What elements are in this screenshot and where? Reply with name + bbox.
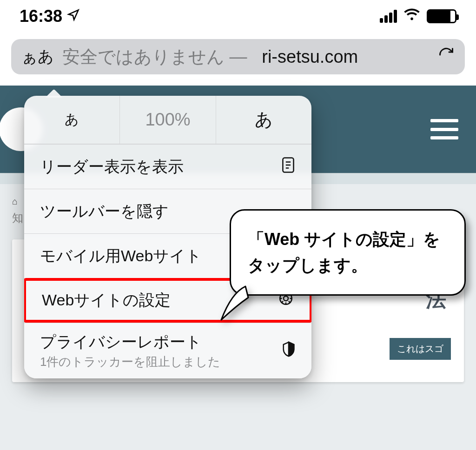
status-left: 16:38 bbox=[20, 7, 80, 26]
category-tag[interactable]: これはスゴ bbox=[390, 338, 451, 360]
battery-icon bbox=[427, 9, 456, 23]
url-domain: ri-setsu.com bbox=[262, 47, 358, 66]
url-text[interactable]: 安全ではありません — ri-setsu.com bbox=[62, 45, 430, 69]
menu-privacy-label: プライバシーレポート bbox=[40, 331, 220, 353]
zoom-out-button[interactable]: あ bbox=[24, 96, 119, 144]
zoom-row: あ 100% あ bbox=[24, 96, 311, 144]
url-bar[interactable]: ぁあ 安全ではありません — ri-setsu.com bbox=[11, 39, 465, 74]
status-time: 16:38 bbox=[20, 7, 62, 26]
wifi-icon bbox=[403, 8, 420, 25]
url-bar-container: ぁあ 安全ではありません — ri-setsu.com bbox=[0, 33, 476, 85]
status-right bbox=[380, 8, 456, 25]
url-insecure-label: 安全ではありません — bbox=[62, 47, 247, 66]
menu-privacy-report[interactable]: プライバシーレポート 1件のトラッカーを阻止しました bbox=[24, 323, 311, 378]
svg-line-11 bbox=[289, 301, 290, 303]
callout-tail-icon bbox=[218, 284, 250, 316]
zoom-percent-label[interactable]: 100% bbox=[119, 96, 215, 144]
menu-show-reader[interactable]: リーダー表示を表示 bbox=[24, 144, 311, 189]
callout-line2: タップします。 bbox=[248, 256, 368, 275]
popup-arrow bbox=[45, 88, 63, 98]
aa-format-button[interactable]: ぁあ bbox=[21, 46, 54, 67]
zoom-in-button[interactable]: あ bbox=[216, 96, 311, 144]
menu-hide-toolbar-label: ツールバーを隠す bbox=[40, 201, 169, 222]
shield-icon bbox=[282, 341, 296, 361]
cellular-signal-icon bbox=[380, 10, 397, 23]
reader-icon bbox=[281, 157, 296, 177]
menu-privacy-sub: 1件のトラッカーを阻止しました bbox=[40, 354, 220, 370]
svg-point-5 bbox=[284, 296, 288, 301]
menu-request-mobile-label: モバイル用Webサイト bbox=[40, 245, 202, 267]
location-arrow-icon bbox=[67, 8, 80, 25]
callout-line1: 「Web サイトの設定」を bbox=[248, 230, 440, 249]
hamburger-menu-icon[interactable] bbox=[430, 119, 458, 139]
menu-show-reader-label: リーダー表示を表示 bbox=[40, 156, 184, 178]
refresh-button[interactable] bbox=[438, 46, 455, 67]
menu-website-settings-label: Webサイトの設定 bbox=[42, 290, 171, 311]
instruction-callout: 「Web サイトの設定」を タップします。 bbox=[230, 209, 466, 296]
status-bar: 16:38 bbox=[0, 0, 476, 33]
home-icon: ⌂ bbox=[12, 196, 18, 207]
svg-line-12 bbox=[282, 301, 283, 303]
